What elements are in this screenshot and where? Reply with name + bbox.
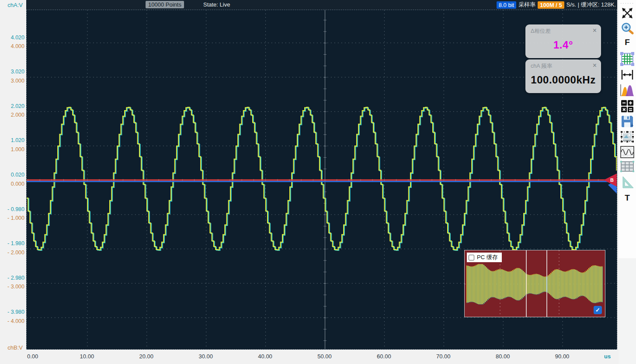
state-label: State: Live	[203, 1, 230, 8]
save-button[interactable]	[619, 114, 636, 128]
measurement-value: 100.0000kHz	[525, 74, 601, 86]
table-icon	[620, 161, 634, 172]
x-axis-tick: 80.00	[490, 353, 516, 360]
zoom-in-button[interactable]	[619, 22, 636, 35]
horizontal-measure-button[interactable]	[619, 69, 636, 80]
y-axis-tick-chB: - 3.000	[0, 284, 24, 290]
expand-arrows-icon	[620, 6, 634, 20]
y-axis-tick-chA: - 2.980	[0, 275, 24, 281]
acquisition-info: 8.0 bit 采样率 100M / 5 S/s. | 缓冲区: 128K.	[497, 1, 616, 9]
math-operations-button[interactable]	[619, 100, 636, 113]
data-table-button[interactable]	[619, 161, 636, 172]
screenshot-button[interactable]	[619, 131, 636, 142]
y-axis-tick-chB: 1.000	[0, 147, 24, 153]
y-axis-tick-chA: 0.020	[0, 172, 24, 178]
histogram-button[interactable]	[619, 83, 636, 97]
y-axis-tick-chB: - 4.000	[0, 319, 24, 324]
histogram-icon	[620, 83, 635, 97]
y-axis-tick-chA: - 0.980	[0, 207, 24, 212]
screenshot-icon	[621, 131, 634, 142]
y-axis-tick-chA: - 1.980	[0, 241, 24, 246]
y-axis-tick-chB: 0.000	[0, 181, 24, 187]
buffer-preview-panel[interactable]: PC 缓存 ✓	[464, 250, 605, 317]
confirm-check-button[interactable]: ✓	[594, 306, 602, 314]
y-axis-tick-chA: 2.020	[0, 104, 24, 109]
measure-ruler-button[interactable]	[619, 175, 636, 190]
y-axis-tick-chB: - 2.000	[0, 250, 24, 256]
waveform-icon	[620, 146, 634, 158]
chB-axis-label: chB:V	[0, 344, 23, 351]
sample-rate-label: 采样率	[518, 1, 535, 9]
grid-settings-button[interactable]	[619, 52, 636, 66]
close-icon[interactable]: ×	[593, 62, 597, 68]
fft-button[interactable]: F	[619, 38, 636, 47]
y-axis-tick-chB: - 1.000	[0, 215, 24, 221]
measurement-title: Δ相位差	[531, 28, 551, 35]
pc-cache-label: PC 缓存	[477, 253, 498, 261]
sample-rate-badge[interactable]: 100M / 5	[538, 1, 564, 9]
top-status-bar: 10000 Points State: Live 8.0 bit 采样率 100…	[26, 0, 617, 10]
y-axis-tick-chB: 3.000	[0, 78, 24, 84]
b-marker-label: B	[610, 177, 614, 183]
points-badge[interactable]: 10000 Points	[146, 1, 184, 8]
oscilloscope-app: 10000 Points State: Live 8.0 bit 采样率 100…	[0, 0, 636, 364]
x-axis-tick: 70.00	[430, 353, 456, 360]
chA-axis-label: chA:V	[0, 2, 23, 8]
drag-handle-icon[interactable]: ······	[619, 1, 636, 6]
x-axis-tick: 20.00	[133, 353, 160, 360]
y-axis-tick-chA: - 3.980	[0, 309, 24, 315]
x-axis-tick: 90.00	[549, 353, 575, 360]
buffer-info-label: S/s. | 缓冲区: 128K.	[566, 1, 616, 9]
math-operators-icon	[621, 100, 634, 113]
close-icon[interactable]: ×	[593, 28, 597, 33]
y-axis-tick-chA: 4.020	[0, 35, 24, 41]
triangle-ruler-icon	[620, 175, 635, 190]
y-axis-tick-chA: 1.020	[0, 138, 24, 143]
save-floppy-icon	[620, 114, 634, 128]
grid-icon	[620, 52, 635, 66]
checkbox-icon[interactable]	[469, 255, 474, 260]
x-axis-tick: 10.00	[74, 353, 100, 360]
x-axis-tick: 60.00	[371, 353, 397, 360]
measurement-panel-frequency[interactable]: chA 频率 × 100.0000kHz	[525, 59, 601, 93]
zoom-in-icon	[621, 22, 634, 35]
y-axis-tick-chA: 3.020	[0, 69, 24, 75]
width-measure-icon	[621, 69, 634, 80]
right-toolbar: ······ F	[619, 0, 636, 364]
y-axis-tick-chB: 2.000	[0, 112, 24, 118]
measurement-value: 1.4°	[525, 39, 601, 51]
waveform-display-button[interactable]	[619, 146, 636, 158]
expand-fullscreen-button[interactable]	[619, 6, 636, 20]
x-axis-tick: 40.00	[252, 353, 278, 360]
x-axis-unit: us	[604, 353, 611, 360]
x-axis-tick: 50.00	[312, 353, 338, 360]
bit-depth-badge[interactable]: 8.0 bit	[497, 1, 516, 9]
measurement-panel-phase[interactable]: Δ相位差 × 1.4°	[525, 24, 601, 58]
x-axis-tick: 30.00	[193, 353, 219, 360]
x-axis-tick: 0.00	[27, 353, 45, 360]
pc-cache-checkbox[interactable]: PC 缓存	[467, 253, 502, 262]
trigger-button[interactable]: T	[619, 193, 636, 203]
measurement-title: chA 频率	[531, 62, 552, 70]
y-axis-tick-chB: 4.000	[0, 44, 24, 49]
